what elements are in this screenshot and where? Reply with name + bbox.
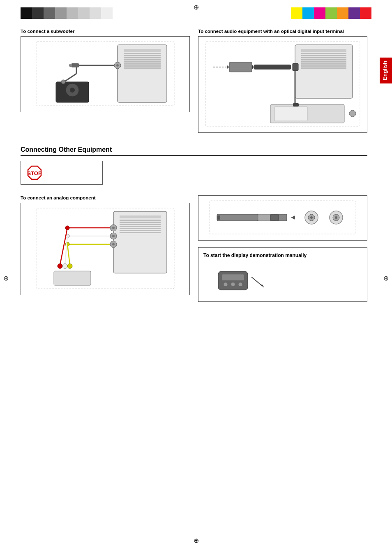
svg-rect-43 bbox=[301, 61, 346, 63]
svg-rect-64 bbox=[120, 222, 161, 223]
stop-icon: STOP bbox=[27, 165, 42, 180]
svg-rect-104 bbox=[222, 274, 244, 280]
svg-point-33 bbox=[70, 88, 75, 93]
svg-rect-39 bbox=[301, 53, 346, 54]
color-bars-right bbox=[291, 7, 371, 19]
svg-rect-23 bbox=[124, 65, 161, 67]
svg-rect-62 bbox=[120, 215, 161, 218]
svg-rect-48 bbox=[254, 65, 291, 70]
svg-rect-45 bbox=[301, 65, 346, 67]
svg-rect-42 bbox=[301, 59, 346, 60]
top-section: To connect a subwoofer bbox=[21, 29, 367, 138]
analog-diagram bbox=[21, 203, 190, 295]
svg-rect-65 bbox=[120, 224, 161, 225]
svg-rect-90 bbox=[217, 214, 258, 221]
subwoofer-diagram bbox=[21, 36, 190, 112]
rca-svg bbox=[203, 200, 363, 235]
analog-svg bbox=[25, 207, 185, 290]
svg-rect-46 bbox=[301, 67, 346, 69]
page-content: To connect a subwoofer bbox=[21, 29, 367, 531]
svg-rect-22 bbox=[124, 63, 161, 65]
svg-rect-20 bbox=[124, 59, 161, 60]
svg-rect-38 bbox=[301, 49, 346, 52]
svg-line-108 bbox=[251, 277, 263, 287]
optical-title: To connect audio equipment with an optic… bbox=[198, 29, 367, 34]
svg-point-101 bbox=[335, 216, 337, 219]
page-number: – 8 – bbox=[190, 537, 202, 544]
subwoofer-svg bbox=[25, 41, 185, 107]
svg-rect-103 bbox=[218, 271, 248, 290]
svg-rect-19 bbox=[124, 57, 161, 58]
svg-marker-95 bbox=[291, 215, 295, 220]
svg-point-86 bbox=[62, 264, 67, 269]
svg-rect-37 bbox=[295, 45, 353, 98]
svg-rect-92 bbox=[258, 214, 270, 221]
svg-point-71 bbox=[112, 227, 115, 229]
svg-rect-16 bbox=[124, 49, 161, 52]
svg-text:STOP: STOP bbox=[27, 170, 42, 176]
demo-title: To start the display demonstration manua… bbox=[203, 253, 362, 258]
svg-point-87 bbox=[67, 264, 72, 269]
svg-rect-50 bbox=[229, 62, 252, 72]
svg-rect-24 bbox=[124, 67, 161, 69]
svg-rect-18 bbox=[124, 55, 161, 56]
svg-point-26 bbox=[116, 64, 119, 67]
svg-rect-94 bbox=[279, 214, 287, 221]
stop-warning-box: STOP bbox=[21, 161, 103, 185]
connecting-other-heading: Connecting Other Equipment bbox=[21, 146, 367, 156]
svg-rect-17 bbox=[124, 53, 161, 54]
demo-svg bbox=[203, 262, 277, 295]
connecting-other-section: Connecting Other Equipment STOP bbox=[21, 146, 367, 190]
svg-rect-63 bbox=[120, 220, 161, 221]
optical-section: To connect audio equipment with an optic… bbox=[198, 29, 367, 138]
svg-point-75 bbox=[112, 243, 115, 246]
reg-mark-right: ⊕ bbox=[383, 274, 389, 282]
analog-section: To connect an analog component bbox=[21, 195, 190, 302]
svg-rect-47 bbox=[293, 63, 298, 71]
analog-title: To connect an analog component bbox=[21, 195, 190, 200]
svg-point-106 bbox=[231, 283, 235, 286]
svg-rect-68 bbox=[120, 230, 161, 231]
svg-marker-49 bbox=[252, 65, 254, 70]
demo-box: To start the display demonstration manua… bbox=[198, 247, 367, 302]
svg-point-55 bbox=[349, 110, 356, 117]
svg-line-34 bbox=[64, 74, 76, 82]
svg-point-85 bbox=[58, 264, 62, 269]
svg-point-35 bbox=[61, 80, 65, 84]
language-tab: English bbox=[380, 58, 392, 83]
reg-mark-top: ⊕ bbox=[194, 3, 199, 11]
svg-rect-88 bbox=[54, 271, 91, 285]
svg-rect-91 bbox=[217, 215, 220, 220]
svg-point-30 bbox=[69, 64, 73, 67]
svg-rect-54 bbox=[274, 107, 307, 121]
subwoofer-section: To connect a subwoofer bbox=[21, 29, 190, 138]
rca-diagram bbox=[198, 195, 367, 241]
svg-rect-44 bbox=[301, 63, 346, 65]
svg-rect-40 bbox=[301, 55, 346, 56]
svg-point-105 bbox=[224, 283, 228, 286]
svg-rect-57 bbox=[293, 103, 299, 107]
svg-rect-21 bbox=[124, 61, 161, 63]
svg-rect-69 bbox=[120, 232, 161, 233]
svg-point-98 bbox=[310, 216, 313, 219]
subwoofer-title: To connect a subwoofer bbox=[21, 29, 190, 34]
right-lower-section: To start the display demonstration manua… bbox=[198, 195, 367, 302]
bottom-section: To connect an analog component bbox=[21, 195, 367, 302]
svg-point-107 bbox=[239, 283, 242, 286]
svg-line-84 bbox=[67, 244, 70, 265]
svg-rect-66 bbox=[120, 226, 161, 227]
optical-svg bbox=[203, 41, 363, 127]
svg-rect-41 bbox=[301, 57, 346, 58]
svg-rect-93 bbox=[270, 214, 279, 221]
svg-point-73 bbox=[112, 235, 115, 237]
color-bars-left bbox=[21, 7, 113, 19]
reg-mark-left: ⊕ bbox=[3, 274, 9, 282]
svg-rect-67 bbox=[120, 228, 161, 229]
optical-diagram bbox=[198, 36, 367, 133]
